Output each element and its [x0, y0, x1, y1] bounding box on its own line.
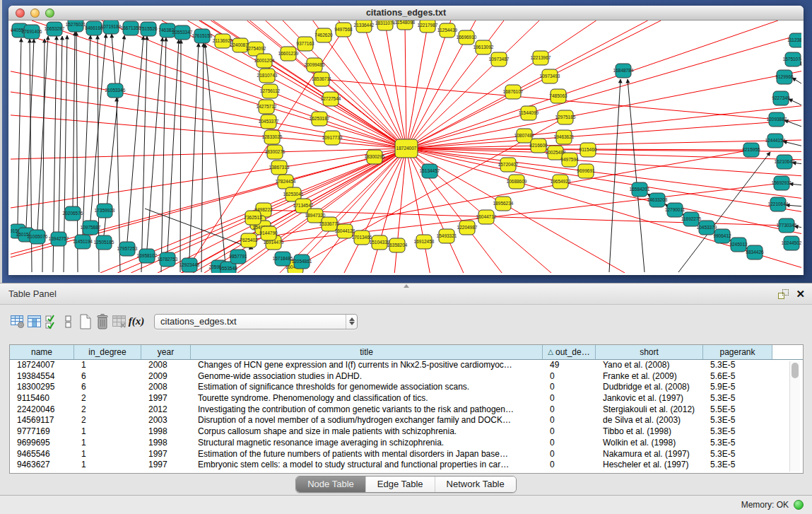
column-header-name[interactable]: name [10, 345, 74, 359]
table-cell[interactable]: Estimation of the future numbers of pati… [191, 449, 543, 460]
table-cell[interactable]: 1 [74, 449, 141, 460]
table-cell[interactable]: 2 [74, 415, 141, 426]
table-cell[interactable]: 1998 [141, 426, 191, 438]
table-cell[interactable]: 0 [543, 393, 596, 404]
table-cell[interactable]: 1997 [141, 449, 191, 460]
table-cell[interactable]: 9463627 [10, 460, 74, 471]
table-cell[interactable]: 1 [74, 360, 141, 371]
table-cell[interactable]: 2009 [141, 371, 191, 382]
table-cell[interactable]: 0 [543, 404, 596, 416]
table-cell[interactable]: Yano et al. (2008) [596, 360, 703, 371]
table-cell[interactable]: 5.3E-5 [703, 426, 772, 438]
table-cell[interactable]: 5.3E-5 [703, 360, 772, 371]
table-cell[interactable]: 1997 [141, 393, 191, 404]
table-row[interactable]: 969969511998Structural magnetic resonanc… [10, 438, 803, 449]
table-cell[interactable]: 1 [74, 426, 141, 438]
combo-stepper-icon[interactable] [346, 315, 357, 329]
table-cell[interactable]: 1997 [141, 460, 191, 471]
table-cell[interactable]: 2008 [141, 382, 191, 393]
table-row[interactable]: 911546021997Tourette syndrome. Phenomeno… [10, 393, 803, 404]
table-cell[interactable]: de Silva et al. (2003) [596, 415, 703, 426]
table-cell[interactable]: Embryonic stem cells: a model to study s… [191, 460, 543, 471]
table-cell[interactable]: 0 [543, 382, 596, 393]
network-window[interactable]: citations_edges.txt 21136922224008711275… [8, 6, 804, 275]
table-cell[interactable]: 5.9E-5 [703, 382, 772, 393]
table-cell[interactable]: Nakamura et al. (1997) [596, 449, 703, 460]
vertical-scrollbar[interactable] [789, 361, 800, 472]
table-row[interactable]: 977716911998Corpus callosum shape and si… [10, 426, 803, 438]
table-cell[interactable]: Tibbo et al. (1998) [596, 426, 703, 438]
table-cell[interactable]: 0 [543, 438, 596, 449]
table-cell[interactable]: 0 [543, 460, 596, 471]
tab-network-table[interactable]: Network Table [435, 477, 516, 492]
show-column-button[interactable] [27, 313, 42, 331]
window-titlebar[interactable]: citations_edges.txt [8, 6, 804, 21]
table-cell[interactable]: 9699695 [10, 438, 74, 449]
table-row[interactable]: 1830029562008Estimation of significance … [10, 382, 803, 393]
panel-splitter-grip[interactable] [404, 284, 409, 288]
table-cell[interactable]: 18724007 [10, 360, 74, 371]
scrollbar-thumb[interactable] [792, 363, 799, 378]
table-cell[interactable]: 5.3E-5 [703, 460, 772, 471]
table-cell[interactable]: 0 [543, 426, 596, 438]
table-cell[interactable]: 6 [74, 371, 141, 382]
table-cell[interactable]: 2003 [141, 415, 191, 426]
column-header-in_degree[interactable]: in_degree [74, 345, 141, 359]
table-cell[interactable]: 5.3E-5 [703, 415, 772, 426]
zoom-button[interactable] [45, 8, 54, 18]
table-cell[interactable]: 5.3E-5 [703, 449, 772, 460]
delete-column-button[interactable] [95, 313, 110, 331]
close-panel-icon[interactable]: ✕ [796, 288, 805, 300]
table-cell[interactable]: 9777169 [10, 426, 74, 438]
table-cell[interactable]: Disruption of a novel member of a sodium… [191, 415, 543, 426]
table-cell[interactable]: 0 [543, 449, 596, 460]
table-cell[interactable]: 1 [74, 460, 141, 471]
table-selector-combobox[interactable]: citations_edges.txt [154, 314, 358, 329]
table-cell[interactable]: Structural magnetic resonance image aver… [191, 438, 543, 449]
column-header-out_de[interactable]: △out_de… [543, 345, 596, 359]
new-column-button[interactable] [78, 313, 93, 331]
table-cell[interactable]: 2008 [141, 360, 191, 371]
table-settings-button[interactable] [10, 313, 25, 331]
table-row[interactable]: 1938455462009Genome-wide association stu… [10, 371, 803, 382]
table-row[interactable]: 946554611997Estimation of the future num… [10, 449, 803, 460]
table-cell[interactable]: 1998 [141, 438, 191, 449]
table-cell[interactable]: 14569117 [10, 415, 74, 426]
table-row[interactable]: 946362711997Embryonic stem cells: a mode… [10, 460, 803, 471]
table-cell[interactable]: 1 [74, 438, 141, 449]
minimize-button[interactable] [30, 8, 40, 18]
table-cell[interactable]: Hescheler et al. (1997) [596, 460, 703, 471]
column-header-short[interactable]: short [596, 345, 703, 359]
table-cell[interactable]: 0 [543, 371, 596, 382]
network-graph[interactable]: 2113692222400871127540921600120421810743… [11, 21, 801, 273]
table-cell[interactable]: 2 [74, 404, 141, 416]
table-cell[interactable]: Investigating the contribution of common… [191, 404, 543, 416]
column-header-title[interactable]: title [191, 345, 543, 359]
network-canvas[interactable]: 2113692222400871127540921600120421810743… [11, 21, 801, 273]
column-header-pagerank[interactable]: pagerank [703, 345, 772, 359]
table-row[interactable]: 1872400712008Changes of HCN gene express… [10, 360, 803, 371]
table-cell[interactable]: 19384554 [10, 371, 74, 382]
table-cell[interactable]: 5.3E-5 [703, 438, 772, 449]
close-button[interactable] [16, 8, 25, 18]
table-cell[interactable]: Dudbridge et al. (2008) [596, 382, 703, 393]
table-cell[interactable]: 9465546 [10, 449, 74, 460]
table-cell[interactable]: 2012 [141, 404, 191, 416]
column-header-year[interactable]: year [141, 345, 191, 359]
table-cell[interactable]: Genome-wide association studies in ADHD. [191, 371, 543, 382]
delete-table-button[interactable] [112, 313, 127, 331]
table-cell[interactable]: 0 [543, 415, 596, 426]
table-cell[interactable]: 5.5E-5 [703, 404, 772, 416]
table-cell[interactable]: 5.6E-5 [703, 371, 772, 382]
table-cell[interactable]: Corpus callosum shape and size in male p… [191, 426, 543, 438]
tab-node-table[interactable]: Node Table [296, 477, 365, 492]
function-builder-button[interactable]: f(x) [129, 313, 144, 331]
table-cell[interactable]: 6 [74, 382, 141, 393]
tab-edge-table[interactable]: Edge Table [365, 477, 435, 492]
table-cell[interactable]: 5.3E-5 [703, 393, 772, 404]
table-cell[interactable]: 2 [74, 393, 141, 404]
row-height-button[interactable] [61, 313, 76, 331]
table-cell[interactable]: 49 [543, 360, 596, 371]
table-row[interactable]: 2242004622012Investigating the contribut… [10, 404, 803, 416]
table-cell[interactable]: 9115460 [10, 393, 74, 404]
